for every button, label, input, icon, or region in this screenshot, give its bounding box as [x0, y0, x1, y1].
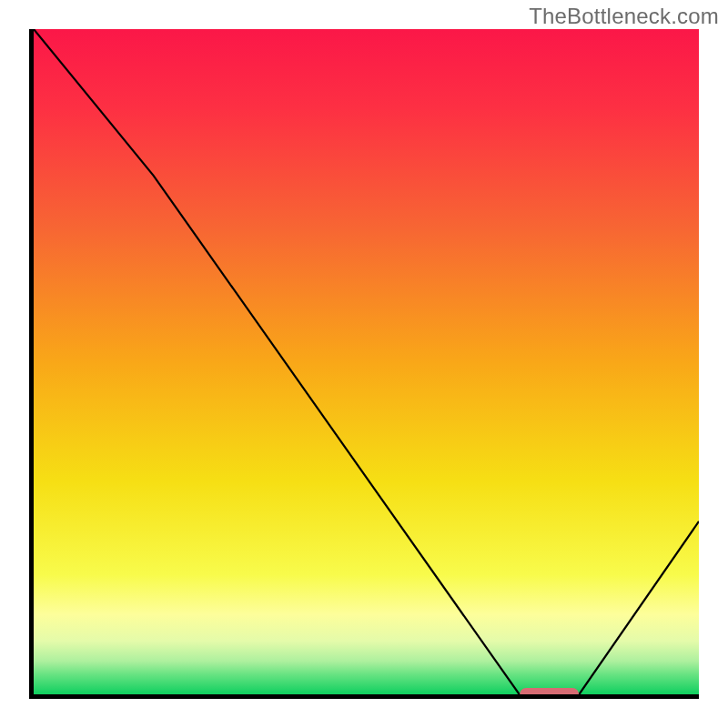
bottleneck-curve: [34, 29, 699, 694]
watermark-text: TheBottleneck.com: [529, 4, 719, 29]
curve-polyline: [34, 29, 699, 694]
optimal-range-marker: [520, 688, 580, 694]
plot-axes: [29, 29, 699, 699]
chart-container: TheBottleneck.com: [0, 0, 728, 728]
plot-area: [34, 29, 699, 694]
